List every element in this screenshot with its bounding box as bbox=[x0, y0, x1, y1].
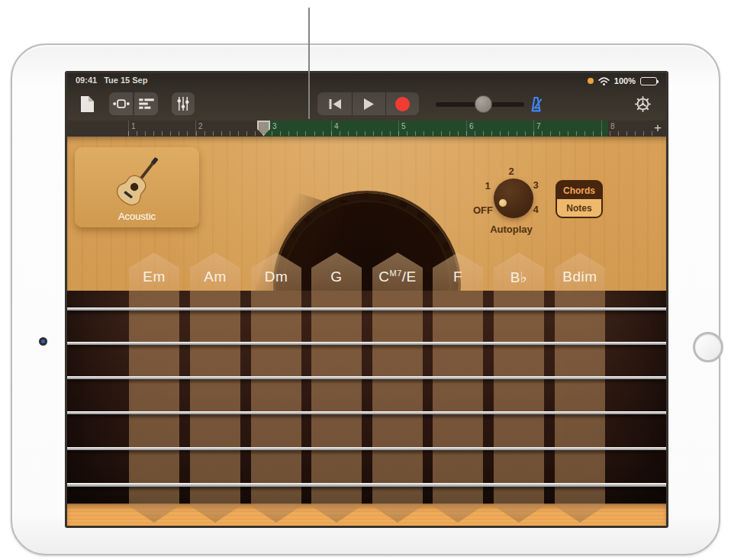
battery-percent: 100% bbox=[614, 76, 636, 85]
record-icon bbox=[395, 97, 410, 111]
autoplay-position-1[interactable]: 1 bbox=[485, 180, 490, 191]
faders-icon bbox=[176, 96, 190, 111]
callout-line bbox=[308, 8, 310, 119]
battery-icon bbox=[640, 77, 657, 85]
ruler-bar-8: 8 bbox=[610, 122, 615, 130]
autoplay-position-2[interactable]: 2 bbox=[508, 166, 514, 177]
bar-line-5 bbox=[398, 121, 399, 137]
status-bar-right: 100% bbox=[588, 76, 657, 86]
guitar-string-6[interactable] bbox=[67, 483, 666, 487]
chords-option[interactable]: Chords bbox=[557, 182, 601, 199]
bar-line-2 bbox=[195, 121, 196, 137]
record-button[interactable] bbox=[385, 92, 419, 115]
settings-button[interactable] bbox=[632, 92, 653, 115]
autoplay-title: Autoplay bbox=[490, 224, 533, 235]
instrument-view-icon bbox=[112, 97, 130, 111]
ruler[interactable]: 1 2 3 4 5 6 7 8 + bbox=[67, 121, 666, 137]
home-button[interactable] bbox=[693, 332, 723, 362]
bar-line-1 bbox=[128, 121, 129, 137]
add-bars-button[interactable]: + bbox=[654, 121, 662, 136]
bar-line-8 bbox=[601, 121, 602, 137]
mode-toggle: Chords Notes bbox=[555, 180, 603, 218]
autoplay-position-4[interactable]: 4 bbox=[533, 204, 538, 215]
status-bar-left: 09:41 Tue 15 Sep bbox=[76, 76, 147, 85]
knob-indicator-dot bbox=[499, 199, 507, 207]
guitar-string-5[interactable] bbox=[67, 447, 666, 450]
chord-label: B♭ bbox=[494, 269, 544, 286]
chord-label: Am bbox=[190, 269, 240, 285]
ruler-ticks bbox=[128, 131, 660, 136]
chord-strip-dm[interactable]: Dm bbox=[251, 253, 301, 523]
chord-label: Em bbox=[129, 269, 179, 285]
chord-label: CM7/E bbox=[372, 269, 423, 285]
status-time: 09:41 bbox=[76, 76, 97, 85]
autoplay-position-3[interactable]: 3 bbox=[533, 179, 538, 191]
transport-controls bbox=[317, 92, 419, 115]
volume-slider-thumb[interactable] bbox=[475, 95, 492, 113]
gear-icon bbox=[633, 95, 652, 114]
chord-strip-bflat[interactable]: B♭ bbox=[494, 253, 544, 523]
rewind-button[interactable] bbox=[318, 92, 352, 115]
instrument-card-label: Acoustic bbox=[75, 211, 199, 222]
metronome-button[interactable] bbox=[525, 92, 546, 115]
front-camera bbox=[39, 337, 47, 346]
garageband-screen: 09:41 Tue 15 Sep 100% bbox=[65, 71, 668, 528]
ipad-frame: 09:41 Tue 15 Sep 100% bbox=[11, 43, 720, 555]
chord-label: G bbox=[311, 269, 362, 285]
track-controls-button[interactable] bbox=[172, 92, 195, 115]
ruler-bar-4: 4 bbox=[334, 122, 339, 130]
chord-label: Dm bbox=[251, 269, 301, 285]
view-toggle-group bbox=[109, 92, 158, 115]
guitar-string-2[interactable] bbox=[67, 342, 666, 345]
skip-to-beginning-icon bbox=[328, 98, 342, 110]
chord-label: Bdim bbox=[555, 269, 605, 285]
ruler-bar-7: 7 bbox=[536, 122, 541, 130]
acoustic-guitar-icon bbox=[107, 150, 168, 216]
orange-dot-icon bbox=[588, 78, 594, 84]
chord-strip-f[interactable]: F bbox=[433, 253, 483, 523]
my-songs-button[interactable] bbox=[76, 92, 98, 115]
ruler-bar-1: 1 bbox=[131, 122, 136, 130]
ruler-bar-6: 6 bbox=[469, 122, 474, 130]
help-button[interactable]: ? bbox=[667, 94, 668, 114]
ruler-bar-3: 3 bbox=[272, 122, 277, 130]
autoplay-position-off[interactable]: OFF bbox=[473, 204, 493, 216]
status-date: Tue 15 Sep bbox=[104, 76, 147, 85]
notes-option[interactable]: Notes bbox=[557, 199, 601, 217]
guitar-string-4[interactable] bbox=[67, 411, 666, 414]
play-icon bbox=[362, 98, 375, 111]
metronome-icon bbox=[527, 95, 546, 114]
chord-strip-am[interactable]: Am bbox=[190, 253, 240, 523]
chord-strip-g[interactable]: G bbox=[311, 253, 362, 523]
ruler-bar-2: 2 bbox=[198, 122, 203, 130]
bar-line-6 bbox=[466, 121, 467, 137]
autoplay-knob[interactable] bbox=[494, 179, 533, 218]
bar-line-4 bbox=[331, 121, 332, 137]
bar-line-7 bbox=[533, 121, 534, 137]
toolbar: 09:41 Tue 15 Sep 100% bbox=[67, 73, 666, 121]
guitar-string-3[interactable] bbox=[67, 376, 666, 379]
document-icon bbox=[80, 95, 95, 113]
chord-strip-em[interactable]: Em bbox=[129, 253, 179, 523]
tracks-view-icon bbox=[138, 98, 155, 110]
wifi-icon bbox=[598, 76, 610, 86]
instrument-card-acoustic[interactable]: Acoustic bbox=[75, 147, 199, 227]
chord-strip-cm7e[interactable]: CM7/E bbox=[372, 253, 423, 523]
chord-label: F bbox=[433, 269, 483, 285]
play-button[interactable] bbox=[352, 92, 385, 115]
chord-strip-bdim[interactable]: Bdim bbox=[555, 253, 605, 523]
guitar-string-1[interactable] bbox=[67, 307, 666, 311]
tracks-view-button[interactable] bbox=[134, 92, 158, 115]
instrument-view-button[interactable] bbox=[109, 92, 133, 115]
ruler-bar-5: 5 bbox=[401, 122, 406, 130]
